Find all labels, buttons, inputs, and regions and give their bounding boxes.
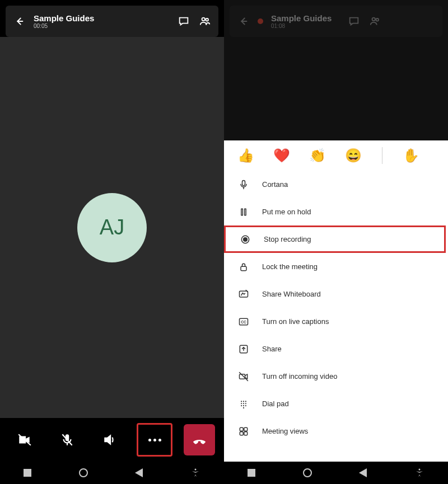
svg-point-27 [245,403,246,404]
call-body: AJ [0,37,224,418]
svg-point-31 [243,407,244,408]
reaction-heart[interactable]: ❤️ [273,148,290,163]
nav-recent-icon[interactable] [248,469,255,477]
menu-item-dialpad[interactable]: Dial pad [224,390,448,417]
menu-item-label: Dial pad [262,400,289,408]
nav-accessibility-icon[interactable] [190,468,200,478]
call-controls [0,418,224,462]
dialpad-icon [237,398,250,410]
call-header: Sample Guides 00:05 [6,6,218,37]
participants-icon[interactable] [198,15,212,28]
call-title-block: Sample Guides 01:08 [271,13,332,29]
recording-indicator-icon [258,18,263,24]
svg-point-24 [245,401,246,402]
svg-point-25 [241,403,242,404]
more-icon [148,439,161,441]
nav-back-icon[interactable] [359,468,367,477]
menu-item-video-off[interactable]: Turn off incoming video [224,363,448,390]
svg-rect-9 [242,180,245,185]
call-timer: 01:08 [271,23,332,29]
dimmed-header-wrap: Sample Guides 01:08 [224,0,448,37]
menu-item-label: Stop recording [264,235,311,243]
menu-item-label: Share Whiteboard [262,290,321,298]
cc-icon: CC [237,316,250,328]
menu-item-whiteboard[interactable]: Share Whiteboard [224,280,448,308]
call-title: Sample Guides [34,13,94,23]
more-actions-sheet: 👍 ❤️ 👏 😄 ✋ CortanaPut me on holdStop rec… [224,140,448,462]
svg-rect-15 [241,266,246,271]
svg-point-14 [244,237,248,241]
menu-item-label: Put me on hold [262,208,311,216]
reaction-clap[interactable]: 👏 [309,148,326,163]
dimmed-body[interactable] [224,37,448,140]
whiteboard-icon [237,288,250,300]
reaction-raise-hand[interactable]: ✋ [403,148,419,163]
hangup-button[interactable] [184,424,215,455]
camera-off-button[interactable] [9,424,40,455]
android-nav [0,462,224,484]
menu-item-label: Lock the meeting [262,262,318,271]
chat-icon[interactable] [347,15,361,28]
menu-item-record[interactable]: Stop recording [224,225,446,253]
back-icon[interactable] [12,15,26,28]
svg-line-21 [240,372,248,380]
participants-icon[interactable] [368,15,382,28]
menu-item-pause[interactable]: Put me on hold [224,198,448,225]
menu-item-label: Turn on live captions [262,317,329,326]
menu-item-label: Turn off incoming video [262,372,337,380]
nav-home-icon[interactable] [303,468,312,477]
pause-icon [237,206,250,218]
reaction-divider [382,147,382,164]
svg-point-29 [243,405,244,406]
menu-item-label: Meeting views [262,427,308,435]
menu-item-mic[interactable]: Cortana [224,171,448,198]
avatar-initials: AJ [100,215,124,239]
svg-rect-34 [240,431,243,435]
svg-rect-33 [244,427,248,431]
share-icon [237,343,250,355]
grid-icon [237,425,250,438]
nav-home-icon[interactable] [79,468,88,477]
more-actions-button[interactable] [137,423,172,457]
android-nav [224,462,448,484]
speaker-button[interactable] [94,424,125,455]
mic-icon [237,178,250,191]
menu-item-grid[interactable]: Meeting views [224,417,448,445]
mic-off-button[interactable] [52,424,83,455]
avatar: AJ [77,193,147,262]
video-off-icon [237,370,250,383]
menu-item-cc[interactable]: CCTurn on live captions [224,308,448,335]
svg-point-0 [202,18,206,21]
phone-right: Sample Guides 01:08 👍 ❤️ 👏 😄 ✋ CortanaPu… [224,0,448,484]
record-icon [239,233,251,246]
menu-item-label: Share [262,345,282,353]
nav-back-icon[interactable] [135,468,143,477]
menu-list: CortanaPut me on holdStop recordingLock … [224,171,448,445]
back-icon[interactable] [236,15,250,28]
svg-point-26 [243,403,244,404]
reaction-like[interactable]: 👍 [237,148,254,163]
menu-item-lock[interactable]: Lock the meeting [224,253,448,280]
svg-point-6 [194,469,196,471]
menu-item-label: Cortana [262,180,288,189]
phone-left: Sample Guides 00:05 AJ [0,0,224,484]
chat-icon[interactable] [177,15,190,28]
svg-point-22 [241,401,242,402]
lock-icon [237,261,250,273]
svg-point-23 [243,401,244,402]
svg-rect-32 [240,427,243,431]
dimmed-header: Sample Guides 01:08 [230,6,442,37]
call-title-block: Sample Guides 00:05 [34,13,94,29]
svg-point-7 [372,18,376,21]
menu-item-share[interactable]: Share [224,335,448,363]
nav-accessibility-icon[interactable] [414,468,424,478]
reaction-smile[interactable]: 😄 [345,148,362,163]
call-title: Sample Guides [271,13,332,23]
svg-point-8 [376,18,379,21]
svg-point-28 [241,405,242,406]
reaction-row: 👍 ❤️ 👏 😄 ✋ [224,140,448,171]
svg-rect-12 [245,209,246,215]
call-timer: 00:05 [34,23,94,29]
svg-rect-11 [241,209,243,215]
nav-recent-icon[interactable] [24,469,31,477]
